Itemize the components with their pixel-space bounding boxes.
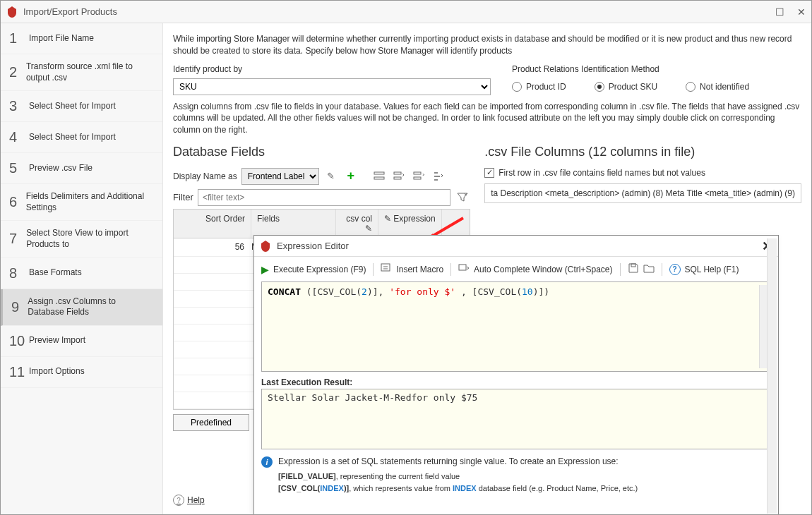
filter-input[interactable] xyxy=(198,189,450,206)
step-5[interactable]: 5Preview .csv File xyxy=(1,153,162,184)
result-textarea: Stellar Solar Jacket-M-Redfor only $75 xyxy=(261,389,771,449)
svg-rect-3 xyxy=(394,177,401,179)
step-10[interactable]: 10Preview Import xyxy=(1,326,162,357)
radio-not-identified[interactable]: Not identified xyxy=(686,82,749,92)
svg-rect-9 xyxy=(459,265,466,270)
info-text: Expression is a set of SQL statements re… xyxy=(278,456,619,466)
app-icon xyxy=(260,241,271,252)
info-icon: i xyxy=(261,456,273,468)
col-sort[interactable]: Sort Order xyxy=(174,210,251,238)
app-icon xyxy=(6,6,18,18)
execute-button[interactable]: Execute Expression (F9) xyxy=(273,265,366,274)
radio-product-id[interactable]: Product ID xyxy=(512,82,566,92)
step-2[interactable]: 2Transform source .xml file to output .c… xyxy=(1,54,162,91)
insert-macro-icon xyxy=(381,262,392,276)
add-icon[interactable]: + xyxy=(343,169,359,184)
expression-editor-modal: Expression Editor ✕ ▶ Execute Expression… xyxy=(253,235,779,515)
display-name-select[interactable]: Frontend Label xyxy=(241,168,319,185)
sql-help-button[interactable]: SQL Help (F1) xyxy=(685,265,739,274)
svg-rect-10 xyxy=(631,264,635,267)
step-3[interactable]: 3Select Sheet for Import xyxy=(1,91,162,122)
result-label: Last Execution Result: xyxy=(261,377,771,387)
step-8[interactable]: 8Base Formats xyxy=(1,258,162,289)
col-expr[interactable]: ✎ Expression xyxy=(378,210,442,238)
tool-icon-2[interactable] xyxy=(391,169,407,184)
svg-text:×: × xyxy=(422,171,424,178)
save-icon[interactable] xyxy=(628,262,639,276)
filter-label: Filter xyxy=(173,192,193,202)
col-fields[interactable]: Fields xyxy=(251,210,336,238)
expression-textarea[interactable]: CONCAT ([CSV_COL(2)], 'for only $' , [CS… xyxy=(261,281,771,372)
svg-rect-2 xyxy=(394,172,401,174)
relations-label: Product Relations Identification Method xyxy=(512,64,659,74)
step-11[interactable]: 11Import Options xyxy=(1,357,162,388)
step-1[interactable]: 1Import File Name xyxy=(1,23,162,54)
assign-text: Assign columns from .csv file to fields … xyxy=(173,101,801,136)
modal-title: Expression Editor xyxy=(277,241,349,251)
csv-columns-list[interactable]: ta Description <meta_description> (admin… xyxy=(484,183,801,203)
step-4[interactable]: 4Select Sheet for Import xyxy=(1,122,162,153)
titlebar: Import/Export Products ☐ ✕ xyxy=(1,1,811,23)
csv-heading: .csv File Columns (12 columns in file) xyxy=(484,145,801,159)
step-6[interactable]: 6Fields Delimiters and Additional Settin… xyxy=(1,184,162,221)
edit-icon[interactable]: ✎ xyxy=(323,169,339,184)
step-9[interactable]: 9Assign .csv Columns to Database Fields xyxy=(1,289,162,326)
sidebar: 1Import File Name 2Transform source .xml… xyxy=(1,23,163,514)
svg-rect-0 xyxy=(374,172,384,174)
db-fields-heading: Database Fields xyxy=(173,145,470,159)
first-row-checkbox[interactable]: First row in .csv file contains field na… xyxy=(484,168,801,178)
radio-product-sku[interactable]: Product SKU xyxy=(595,82,657,92)
svg-rect-5 xyxy=(414,177,421,179)
svg-rect-4 xyxy=(414,172,421,174)
scrollbar[interactable] xyxy=(767,238,777,514)
help-link[interactable]: ? Help xyxy=(173,495,205,506)
display-name-label: Display Name as xyxy=(173,171,237,181)
play-icon: ▶ xyxy=(261,264,269,275)
info-list: [FIELD_VALUE], representing the current … xyxy=(278,471,771,494)
svg-text:×: × xyxy=(464,192,467,198)
filter-clear-icon[interactable]: × xyxy=(455,190,470,205)
svg-rect-8 xyxy=(381,264,390,271)
identify-label: Identify product by xyxy=(173,64,491,74)
tool-icon-1[interactable] xyxy=(371,169,387,184)
predefined-button[interactable]: Predefined xyxy=(173,414,249,431)
help-icon: ? xyxy=(173,495,184,506)
tool-icon-4[interactable] xyxy=(431,169,446,184)
step-7[interactable]: 7Select Store View to import Products to xyxy=(1,221,162,258)
open-icon[interactable] xyxy=(643,262,655,276)
tool-icon-3[interactable]: × xyxy=(411,169,426,184)
autocomplete-icon xyxy=(458,262,470,276)
svg-rect-1 xyxy=(374,177,384,179)
insert-macro-button[interactable]: Insert Macro xyxy=(396,265,443,274)
window-title: Import/Export Products xyxy=(23,6,775,17)
checkbox-icon xyxy=(484,168,494,178)
intro-text: While importing Store Manager will deter… xyxy=(173,33,801,57)
window-maximize-icon[interactable]: ☐ xyxy=(775,6,784,18)
autocomplete-button[interactable]: Auto Complete Window (Ctrl+Space) xyxy=(474,265,612,274)
col-csvcol[interactable]: csv col ✎ xyxy=(336,210,378,238)
identify-select[interactable]: SKU xyxy=(173,78,491,95)
window-close-icon[interactable]: ✕ xyxy=(797,6,806,18)
help-icon: ? xyxy=(669,264,681,275)
